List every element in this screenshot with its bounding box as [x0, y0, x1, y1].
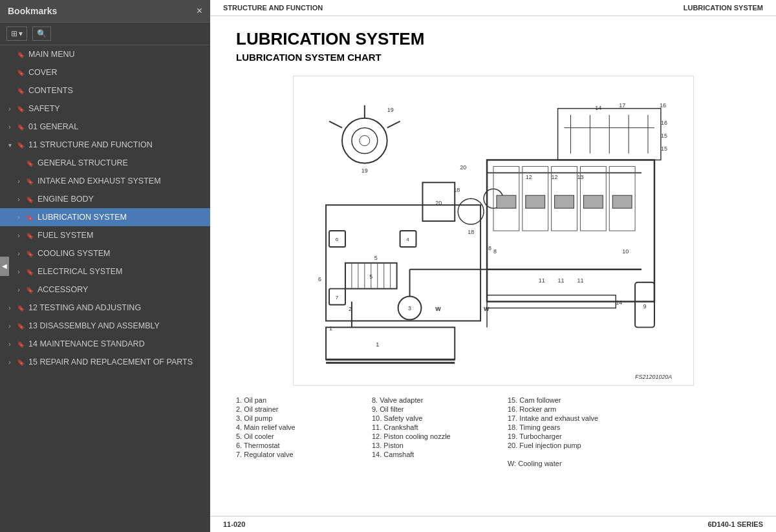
footer-series: 6D140-1 SERIES	[707, 520, 763, 528]
svg-text:5: 5	[374, 255, 377, 261]
view-options-button[interactable]: ⊞ ▾	[6, 27, 27, 41]
bookmark-label: LUBRICATION SYSTEM	[38, 213, 205, 222]
bookmark-flag-icon: 🔖	[26, 160, 35, 167]
bookmark-item-cooling-system[interactable]: ›🔖COOLING SYSTEM	[0, 244, 210, 262]
bookmark-flag-icon: 🔖	[17, 69, 26, 76]
bookmark-flag-icon: 🔖	[17, 142, 26, 149]
bookmark-item-13-disassembly[interactable]: ›🔖13 DISASSEMBLY AND ASSEMBLY	[0, 317, 210, 335]
bookmark-label: 15 REPAIR AND REPLACEMENT OF PARTS	[28, 357, 205, 367]
svg-text:FS21201020A: FS21201020A	[635, 374, 672, 380]
bookmark-flag-icon: 🔖	[26, 178, 35, 185]
svg-text:19: 19	[387, 107, 393, 113]
bookmark-label: GENERAL STRUCTURE	[38, 158, 205, 167]
bookmark-item-intake-exhaust[interactable]: ›🔖INTAKE AND EXHAUST SYSTEM	[0, 172, 210, 190]
bookmark-item-11-structure[interactable]: ▾🔖11 STRUCTURE AND FUNCTION	[0, 136, 210, 154]
bookmark-flag-icon: 🔖	[26, 232, 35, 239]
svg-text:9: 9	[643, 303, 646, 310]
search-bookmark-button[interactable]: 🔍	[32, 27, 51, 41]
view-icon: ⊞	[11, 29, 17, 38]
svg-text:11: 11	[538, 277, 544, 284]
bookmark-item-14-maintenance[interactable]: ›🔖14 MAINTENANCE STANDARD	[0, 335, 210, 353]
bookmark-label: COVER	[28, 68, 205, 77]
svg-text:3: 3	[408, 305, 411, 312]
bookmark-flag-icon: 🔖	[26, 286, 35, 293]
bookmark-flag-icon: 🔖	[26, 196, 35, 203]
expand-arrow: ›	[14, 178, 23, 185]
bookmark-flag-icon: 🔖	[26, 268, 35, 275]
bookmark-label: 12 TESTING AND ADJUSTING	[28, 303, 205, 312]
page-footer: 11-020 6D140-1 SERIES	[210, 516, 776, 532]
svg-text:6: 6	[335, 237, 338, 242]
svg-text:20: 20	[460, 164, 466, 171]
bookmark-flag-icon: 🔖	[17, 123, 26, 131]
bookmark-item-engine-body[interactable]: ›🔖ENGINE BODY	[0, 190, 210, 208]
svg-text:10: 10	[622, 248, 629, 255]
bookmark-flag-icon: 🔖	[17, 304, 26, 312]
svg-text:11: 11	[577, 277, 583, 284]
bookmark-item-cover[interactable]: 🔖COVER	[0, 63, 210, 81]
svg-text:15: 15	[660, 133, 667, 139]
footer-page-number: 11-020	[223, 520, 245, 528]
bookmark-label: CONTENTS	[28, 86, 205, 95]
svg-text:8: 8	[493, 248, 497, 255]
sidebar-title: Bookmarks	[8, 6, 57, 16]
expand-arrow: ▾	[5, 142, 14, 149]
expand-arrow: ›	[14, 268, 23, 275]
expand-arrow: ›	[5, 105, 14, 112]
svg-text:18: 18	[453, 187, 460, 193]
expand-arrow: ›	[14, 250, 23, 257]
bookmark-item-contents[interactable]: 🔖CONTENTS	[0, 81, 210, 100]
svg-rect-84	[525, 195, 544, 208]
bookmark-flag-icon: 🔖	[26, 250, 35, 257]
sidebar-collapse-handle[interactable]: ◀	[0, 257, 9, 276]
bookmark-item-accessory[interactable]: ›🔖ACCESSORY	[0, 281, 210, 299]
svg-text:W: W	[435, 306, 441, 312]
search-icon: 🔍	[37, 29, 47, 38]
bookmark-label: ELECTRICAL SYSTEM	[38, 267, 205, 276]
bookmark-item-lubrication[interactable]: ›🔖LUBRICATION SYSTEM	[0, 208, 210, 226]
dropdown-arrow: ▾	[19, 29, 23, 38]
svg-rect-83	[496, 195, 515, 208]
expand-arrow: ›	[5, 341, 14, 348]
expand-arrow: ›	[5, 304, 14, 312]
bookmark-item-15-repair[interactable]: ›🔖15 REPAIR AND REPLACEMENT OF PARTS	[0, 353, 210, 371]
bookmark-item-general-structure[interactable]: 🔖GENERAL STRUCTURE	[0, 154, 210, 172]
bookmark-item-12-testing[interactable]: ›🔖12 TESTING AND ADJUSTING	[0, 299, 210, 317]
bookmark-label: 14 MAINTENANCE STANDARD	[28, 339, 205, 348]
expand-arrow: ›	[14, 232, 23, 239]
page-header-bar: STRUCTURE AND FUNCTION LUBRICATION SYSTE…	[210, 0, 776, 16]
bookmark-label: ENGINE BODY	[38, 195, 205, 204]
svg-text:14: 14	[595, 105, 601, 111]
bookmark-label: MAIN MENU	[28, 50, 205, 59]
page-title: LUBRICATION SYSTEM	[236, 29, 750, 49]
svg-text:16: 16	[659, 102, 665, 109]
svg-text:12: 12	[525, 174, 532, 180]
bookmark-flag-icon: 🔖	[17, 87, 26, 94]
bookmark-item-safety[interactable]: ›🔖SAFETY	[0, 100, 210, 118]
bookmark-flag-icon: 🔖	[26, 214, 35, 221]
header-right: LUBRICATION SYSTEM	[684, 4, 763, 12]
bookmark-item-electrical[interactable]: ›🔖ELECTRICAL SYSTEM	[0, 262, 210, 281]
svg-text:6: 6	[318, 276, 321, 282]
legend-col-3: 15. Cam follower 16. Rocker arm 17. Inta…	[508, 396, 624, 467]
bookmark-item-fuel-system[interactable]: ›🔖FUEL SYSTEM	[0, 226, 210, 244]
sidebar: Bookmarks × ⊞ ▾ 🔍 🔖MAIN MENU🔖COVER🔖CONTE…	[0, 0, 210, 532]
bookmark-label: COOLING SYSTEM	[38, 249, 205, 258]
legend-col-2: 8. Valve adapter 9. Oil filter 10. Safet…	[372, 396, 488, 467]
expand-arrow: ›	[5, 359, 14, 366]
bookmark-label: 11 STRUCTURE AND FUNCTION	[28, 140, 205, 149]
bookmark-flag-icon: 🔖	[17, 323, 26, 330]
svg-text:11: 11	[557, 277, 564, 284]
bookmark-item-main-menu[interactable]: 🔖MAIN MENU	[0, 45, 210, 63]
close-button[interactable]: ×	[197, 5, 202, 17]
svg-rect-87	[612, 195, 632, 208]
expand-arrow: ›	[14, 214, 23, 221]
svg-text:16: 16	[660, 120, 667, 126]
svg-rect-85	[554, 195, 574, 208]
sidebar-toolbar: ⊞ ▾ 🔍	[0, 23, 210, 45]
diagram-container: 1 2 3 5	[236, 76, 750, 386]
bookmark-item-01-general[interactable]: ›🔖01 GENERAL	[0, 118, 210, 136]
bookmark-flag-icon: 🔖	[17, 51, 26, 58]
svg-text:18: 18	[468, 229, 474, 235]
expand-arrow: ›	[14, 286, 23, 293]
